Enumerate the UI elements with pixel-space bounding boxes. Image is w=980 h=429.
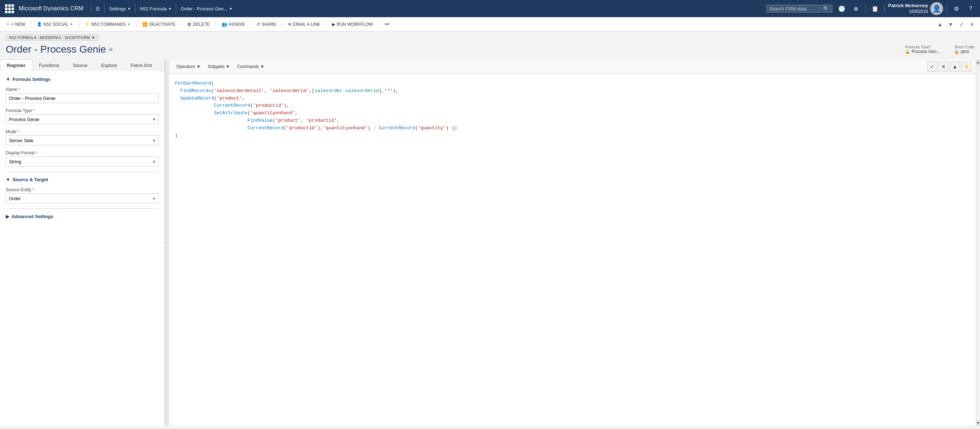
assign-button[interactable]: 👥 ASSIGN (219, 18, 248, 31)
snippets-chevron-icon: ▼ (226, 64, 230, 69)
source-entity-select[interactable]: Order (6, 193, 159, 203)
more-button[interactable]: ••• (382, 18, 392, 31)
order-nav-button[interactable]: Order - Process Gen... ▼ (177, 0, 236, 17)
code-line-9: ) (175, 132, 970, 140)
display-format-field: Display Format * String ▼ (6, 150, 159, 167)
new-icon: ＋ (6, 21, 10, 27)
n52commands-icon: ⚡ (85, 22, 90, 27)
breadcrumb-bar: N52 FORMULA : MODERNUI - SHORTFORM ▼ (0, 32, 980, 41)
share-button[interactable]: ↺ SHARE (254, 18, 279, 31)
short-code-meta: Short Code 🔒 pbm (954, 45, 974, 54)
avatar[interactable]: 👤 (930, 2, 943, 15)
history-icon[interactable]: 🕐 (836, 3, 848, 14)
scroll-down-button[interactable]: ▼ (976, 420, 980, 426)
close-button[interactable]: ✕ (967, 19, 977, 29)
formula-type-meta: Formula Type* 🔒 Process Gen... (905, 45, 940, 54)
operators-button[interactable]: Operators ▼ (173, 63, 204, 70)
formula-settings-header[interactable]: ▼ Formula Settings (6, 76, 159, 82)
search-input[interactable] (769, 6, 823, 11)
formula-type-value: Process Gen... (912, 49, 940, 54)
code-line-2: FindRecords('salesorderdetail', 'salesor… (175, 87, 970, 95)
collapse-handle[interactable]: ‹ (165, 59, 169, 426)
nav-menu-button[interactable]: ☰ (92, 0, 103, 17)
expand-button[interactable]: ⤢ (956, 19, 966, 29)
formula-type-select[interactable]: Process Genie (6, 114, 159, 124)
display-format-select-wrap: String ▼ (6, 156, 159, 167)
delete-button[interactable]: 🗑 DELETE (185, 18, 213, 31)
share-icon: ↺ (256, 22, 260, 27)
nav-right-actions: 🕐 ⊕ 📋 Patrick McInerney 16062016 👤 ⚙ ? (836, 2, 977, 15)
name-input[interactable] (6, 93, 159, 103)
move-up-button[interactable]: ▲ (935, 19, 945, 29)
user-info: Patrick McInerney 16062016 👤 (888, 2, 943, 15)
display-format-label: Display Format * (6, 150, 159, 156)
tab-fetch-xml[interactable]: Fetch-Xml (124, 59, 159, 71)
command-right-actions: ▲ ▼ ⤢ ✕ (935, 19, 977, 29)
formula-type-label: Formula Type * (6, 108, 159, 113)
formula-settings-chevron-icon: ▼ (6, 76, 10, 82)
editor-toolbar: Operators ▼ Snippets ▼ Commands ▼ ✓ ✕ ▲ … (169, 59, 976, 74)
settings-nav-button[interactable]: Settings ▼ (105, 0, 134, 17)
user-name: Patrick McInerney (888, 3, 928, 9)
code-line-1: ForEachRecord( (175, 80, 970, 87)
form-area: ▼ Formula Settings Name * Formula Type *… (0, 71, 164, 426)
left-panel: Register Functions Source Explore Fetch-… (0, 59, 165, 426)
mode-field: Mode * Server Side ▼ (6, 129, 159, 145)
clear-button[interactable]: ✕ (939, 62, 948, 72)
collapse-editor-button[interactable]: ▲ (950, 62, 960, 72)
page-menu-icon[interactable]: ≡ (109, 46, 113, 53)
source-target-chevron-icon: ▼ (6, 177, 10, 182)
order-chevron-icon: ▼ (229, 7, 232, 11)
command-bar: ＋ + NEW 👤 N52 SOCIAL ▼ ⚡ N52 COMMANDS ▼ … (0, 17, 980, 32)
tab-source[interactable]: Source (66, 59, 94, 71)
tabs-row: Register Functions Source Explore Fetch-… (0, 59, 164, 71)
deactivate-button[interactable]: 📴 DEACTIVATE (139, 18, 178, 31)
plus-icon[interactable]: ⊕ (850, 3, 862, 14)
header-meta: Formula Type* 🔒 Process Gen... Short Cod… (905, 45, 974, 54)
short-code-value: pbm (961, 49, 969, 54)
email-link-button[interactable]: ✉ EMAIL A LINK (285, 18, 323, 31)
commands-button[interactable]: Commands ▼ (234, 63, 267, 70)
advanced-settings-label: Advanced Settings (11, 214, 53, 219)
search-icon: 🔍 (823, 6, 829, 11)
n52social-chevron-icon: ▼ (70, 22, 73, 26)
main-content: Register Functions Source Explore Fetch-… (0, 59, 980, 426)
display-format-select[interactable]: String (6, 156, 159, 167)
new-button[interactable]: ＋ + NEW (3, 18, 28, 31)
page-title-row: Order - Process Genie ≡ Formula Type* 🔒 … (0, 41, 980, 59)
formula-nav-button[interactable]: N52 Formula ▼ (136, 0, 175, 17)
code-line-7: FindValue('product', 'productid', (175, 117, 970, 125)
lock-icon2: 🔒 (954, 49, 959, 54)
help-icon[interactable]: ? (965, 3, 977, 14)
n52social-button[interactable]: 👤 N52 SOCIAL ▼ (34, 18, 76, 31)
advanced-settings-header[interactable]: ▶ Advanced Settings (6, 214, 159, 219)
gear-icon[interactable]: ⚙ (951, 3, 962, 14)
search-box: 🔍 (766, 5, 832, 13)
tab-register[interactable]: Register (0, 59, 32, 71)
lightning-button[interactable]: ⚡ (961, 62, 971, 72)
settings-nav-label: Settings (109, 6, 126, 11)
right-panel: Operators ▼ Snippets ▼ Commands ▼ ✓ ✕ ▲ … (169, 59, 976, 426)
user-id: 16062016 (888, 9, 928, 15)
source-target-header[interactable]: ▼ Source & Target (6, 177, 159, 182)
n52commands-button[interactable]: ⚡ N52 COMMANDS ▼ (82, 18, 134, 31)
move-down-button[interactable]: ▼ (946, 19, 956, 29)
n52social-icon: 👤 (37, 22, 42, 27)
snippets-button[interactable]: Snippets ▼ (205, 63, 233, 70)
workflow-button[interactable]: ▶ RUN WORKFLOW (329, 18, 376, 31)
mode-select[interactable]: Server Side (6, 135, 159, 145)
notification-icon[interactable]: 📋 (869, 3, 881, 14)
email-icon: ✉ (288, 22, 291, 27)
tab-explore[interactable]: Explore (95, 59, 124, 71)
waffle-menu-icon[interactable] (3, 3, 15, 14)
advanced-settings-chevron-icon: ▶ (6, 214, 9, 219)
source-target-label: Source & Target (13, 177, 48, 182)
validate-button[interactable]: ✓ (927, 62, 937, 72)
operators-chevron-icon: ▼ (196, 64, 200, 69)
scroll-up-button[interactable]: ▲ (976, 59, 980, 65)
assign-icon: 👥 (222, 22, 227, 27)
code-editor[interactable]: ForEachRecord( FindRecords('salesorderde… (169, 74, 976, 426)
tab-functions[interactable]: Functions (32, 59, 66, 71)
workflow-icon: ▶ (332, 22, 335, 27)
breadcrumb[interactable]: N52 FORMULA : MODERNUI - SHORTFORM ▼ (6, 34, 99, 41)
